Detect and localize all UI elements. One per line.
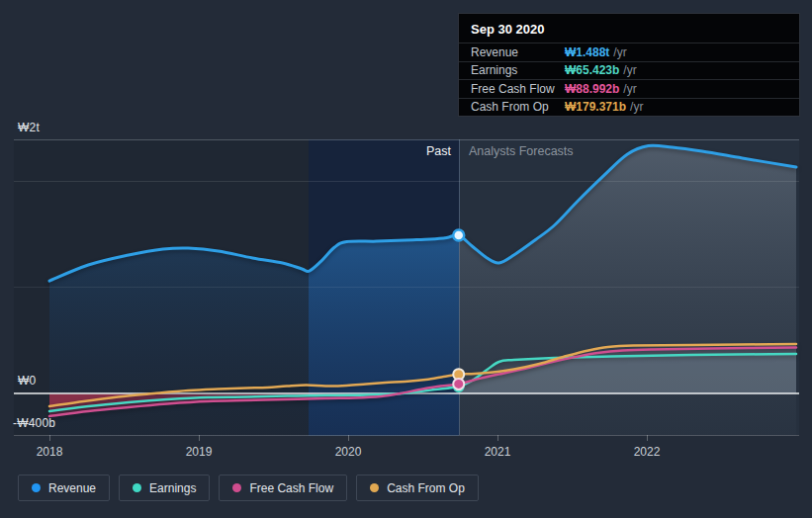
tooltip-label: Free Cash Flow xyxy=(471,82,565,96)
chart-tooltip: Sep 30 2020 Revenue ₩1.488t /yr Earnings… xyxy=(458,13,800,117)
tooltip-row-earnings: Earnings ₩65.423b /yr xyxy=(459,61,799,80)
legend-label-revenue: Revenue xyxy=(48,481,96,495)
tooltip-row-free-cash-flow: Free Cash Flow ₩88.992b /yr xyxy=(459,79,799,98)
legend-item-revenue[interactable]: Revenue xyxy=(18,475,110,501)
x-label-2018: 2018 xyxy=(18,445,81,459)
chart-legend: Revenue Earnings Free Cash Flow Cash Fro… xyxy=(18,475,479,501)
tooltip-value: ₩1.488t xyxy=(565,45,609,59)
x-label-2022: 2022 xyxy=(615,445,678,459)
tooltip-row-revenue: Revenue ₩1.488t /yr xyxy=(459,43,799,61)
tooltip-row-cash-from-op: Cash From Op ₩179.371b /yr xyxy=(459,98,799,117)
tooltip-suffix: /yr xyxy=(623,63,636,77)
forecast-phase-label: Analysts Forecasts xyxy=(469,144,574,158)
x-label-2019: 2019 xyxy=(167,445,230,459)
free-cash-flow-marker[interactable] xyxy=(453,379,464,389)
tooltip-value: ₩88.992b xyxy=(565,82,619,96)
revenue-legend-dot xyxy=(32,483,41,492)
tooltip-suffix: /yr xyxy=(623,82,636,96)
tooltip-suffix: /yr xyxy=(630,100,643,114)
legend-item-free-cash-flow[interactable]: Free Cash Flow xyxy=(219,475,347,501)
cash-from-op-legend-dot xyxy=(370,483,379,492)
revenue-marker[interactable] xyxy=(453,230,464,241)
x-label-2020: 2020 xyxy=(316,445,380,459)
legend-item-cash-from-op[interactable]: Cash From Op xyxy=(356,475,479,501)
tooltip-date: Sep 30 2020 xyxy=(459,14,799,43)
tooltip-value: ₩179.371b xyxy=(565,100,626,114)
tooltip-label: Revenue xyxy=(471,45,565,59)
legend-label-earnings: Earnings xyxy=(149,481,196,495)
financials-forecast-chart: ₩2t ₩0 -₩400b 2018 2019 2020 2021 2022 P… xyxy=(0,0,812,518)
legend-item-earnings[interactable]: Earnings xyxy=(119,475,210,501)
tooltip-label: Earnings xyxy=(471,63,565,77)
tooltip-value: ₩65.423b xyxy=(565,63,619,77)
legend-label-free-cash-flow: Free Cash Flow xyxy=(249,481,333,495)
tooltip-suffix: /yr xyxy=(613,45,626,59)
x-label-2021: 2021 xyxy=(466,445,529,459)
y-label-0: ₩0 xyxy=(18,374,36,388)
past-phase-label: Past xyxy=(352,144,451,158)
earnings-legend-dot xyxy=(133,483,141,492)
y-label-2t: ₩2t xyxy=(18,121,40,134)
tooltip-label: Cash From Op xyxy=(471,100,565,114)
legend-label-cash-from-op: Cash From Op xyxy=(387,481,465,495)
free-cash-flow-legend-dot xyxy=(232,483,241,492)
y-label-neg400b: -₩400b xyxy=(13,416,55,430)
